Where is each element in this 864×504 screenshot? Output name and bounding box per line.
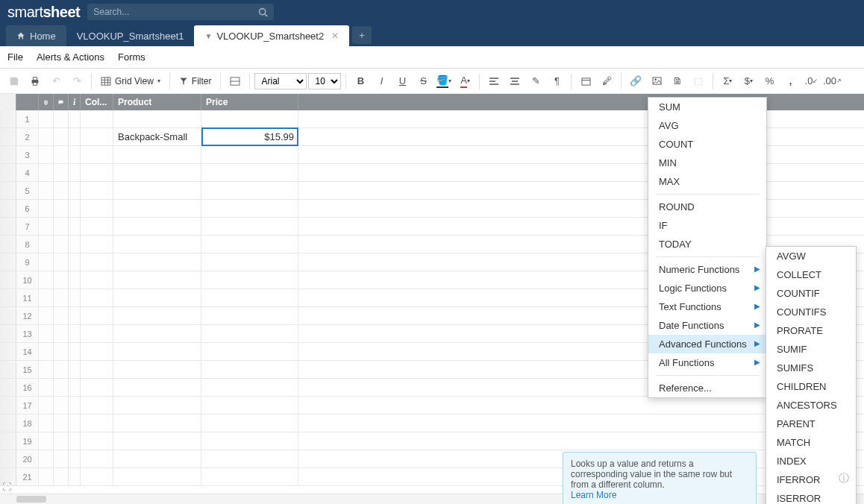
- cell-attachment[interactable]: [39, 361, 54, 378]
- mi-index[interactable]: INDEX: [766, 452, 856, 470]
- mi-parent[interactable]: PARENT: [766, 415, 856, 433]
- mi-logic[interactable]: Logic Functions▶: [648, 279, 766, 297]
- filter-button[interactable]: Filter: [175, 72, 216, 91]
- attachment-col-header[interactable]: [39, 94, 54, 110]
- row-number[interactable]: 6: [16, 200, 39, 217]
- dropdown-icon[interactable]: ▼: [204, 32, 212, 40]
- row-handle[interactable]: [0, 182, 16, 199]
- cell-comment[interactable]: [54, 128, 69, 145]
- corner-cell[interactable]: [0, 94, 16, 110]
- cell[interactable]: [81, 110, 113, 127]
- cell-info[interactable]: [69, 397, 81, 414]
- cell-attachment[interactable]: [39, 307, 54, 324]
- cell-price[interactable]: [201, 379, 298, 396]
- cell[interactable]: [81, 236, 113, 253]
- mi-children[interactable]: CHILDREN: [766, 377, 856, 396]
- mi-sum[interactable]: SUM: [648, 98, 766, 116]
- info-icon[interactable]: ⓘ: [839, 472, 849, 485]
- cell-product[interactable]: [113, 325, 201, 342]
- cell-comment[interactable]: [54, 218, 69, 235]
- cell-comment[interactable]: [54, 343, 69, 360]
- cell-attachment[interactable]: [39, 253, 54, 271]
- mi-prorate[interactable]: PRORATE: [766, 321, 856, 340]
- cell-attachment[interactable]: [39, 432, 54, 450]
- cell-comment[interactable]: [54, 450, 69, 467]
- attachment-button[interactable]: 🗎: [668, 72, 687, 91]
- cell-info[interactable]: [69, 110, 81, 127]
- col-header-1[interactable]: Col...: [81, 94, 113, 110]
- mi-iserror[interactable]: ISERROR: [766, 489, 856, 504]
- cell-info[interactable]: [69, 218, 81, 235]
- cell-info[interactable]: [69, 236, 81, 253]
- add-tab-button[interactable]: ＋: [352, 26, 372, 44]
- link-button[interactable]: 🔗: [626, 72, 645, 91]
- cell-comment[interactable]: [54, 325, 69, 342]
- row-number[interactable]: 20: [16, 450, 39, 467]
- row-number[interactable]: 1: [16, 110, 39, 127]
- row-handle[interactable]: [0, 379, 16, 396]
- cell-info[interactable]: [69, 379, 81, 396]
- date-format-button[interactable]: [576, 72, 595, 91]
- bold-button[interactable]: B: [351, 72, 370, 91]
- cell-comment[interactable]: [54, 289, 69, 306]
- cell-price[interactable]: [201, 397, 298, 414]
- cell-attachment[interactable]: [39, 164, 54, 181]
- cell-product[interactable]: [113, 361, 201, 378]
- tab-home[interactable]: Home: [6, 25, 66, 46]
- cell-info[interactable]: [69, 432, 81, 450]
- row-number[interactable]: 18: [16, 415, 39, 432]
- cell-comment[interactable]: [54, 432, 69, 450]
- cell-info[interactable]: [69, 128, 81, 145]
- cell-price[interactable]: [201, 236, 298, 253]
- cell-info[interactable]: [69, 182, 81, 199]
- cell-price[interactable]: [201, 325, 298, 342]
- row-number[interactable]: 15: [16, 361, 39, 378]
- mi-all[interactable]: All Functions▶: [648, 353, 766, 372]
- font-color-button[interactable]: A▾: [455, 72, 475, 91]
- cell-attachment[interactable]: [39, 200, 54, 217]
- cell-comment[interactable]: [54, 236, 69, 253]
- row-number[interactable]: 17: [16, 397, 39, 414]
- row-number[interactable]: 12: [16, 307, 39, 324]
- cell[interactable]: [81, 164, 113, 181]
- row-number[interactable]: 3: [16, 146, 39, 163]
- tab-sheet2[interactable]: ▼ VLOOKUP_Smartsheet2 ✕: [194, 25, 349, 46]
- row-handle[interactable]: [0, 361, 16, 378]
- cell-price[interactable]: [201, 164, 298, 181]
- highlight-button[interactable]: ✎: [526, 72, 545, 91]
- mi-reference[interactable]: Reference...: [648, 379, 766, 397]
- row-handle[interactable]: [0, 271, 16, 289]
- cell-product[interactable]: [113, 146, 201, 163]
- cell-product[interactable]: [113, 432, 201, 450]
- cell[interactable]: [81, 182, 113, 199]
- cell-price[interactable]: [201, 146, 298, 163]
- row-handle[interactable]: [0, 397, 16, 414]
- thousands-button[interactable]: ,: [780, 72, 800, 91]
- cell-product[interactable]: [113, 182, 201, 199]
- cell-info[interactable]: [69, 200, 81, 217]
- cell-price[interactable]: [201, 253, 298, 271]
- cell-info[interactable]: [69, 468, 81, 485]
- cell-comment[interactable]: [54, 110, 69, 127]
- search-box[interactable]: [87, 4, 274, 20]
- mi-sumifs[interactable]: SUMIFS: [766, 359, 856, 377]
- cell-product[interactable]: Backpack-Small: [113, 128, 201, 145]
- cell-product[interactable]: [113, 307, 201, 324]
- row-handle[interactable]: [0, 236, 16, 253]
- cell-price[interactable]: [201, 218, 298, 235]
- increase-decimal-button[interactable]: .00↗: [822, 72, 842, 91]
- cell[interactable]: [81, 432, 113, 450]
- tab-sheet1[interactable]: VLOOKUP_Smartsheet1: [66, 25, 195, 46]
- cell-attachment[interactable]: [39, 128, 54, 145]
- cell-attachment[interactable]: [39, 271, 54, 289]
- cell-price[interactable]: [201, 200, 298, 217]
- row-handle[interactable]: [0, 289, 16, 306]
- mi-avgw[interactable]: AVGW: [766, 247, 856, 265]
- cell[interactable]: [81, 468, 113, 485]
- cell[interactable]: [81, 325, 113, 342]
- sum-button[interactable]: Σ▾: [718, 72, 737, 91]
- row-handle[interactable]: [0, 450, 16, 467]
- row-number[interactable]: 10: [16, 271, 39, 289]
- cell-attachment[interactable]: [39, 182, 54, 199]
- menu-file[interactable]: File: [7, 51, 23, 63]
